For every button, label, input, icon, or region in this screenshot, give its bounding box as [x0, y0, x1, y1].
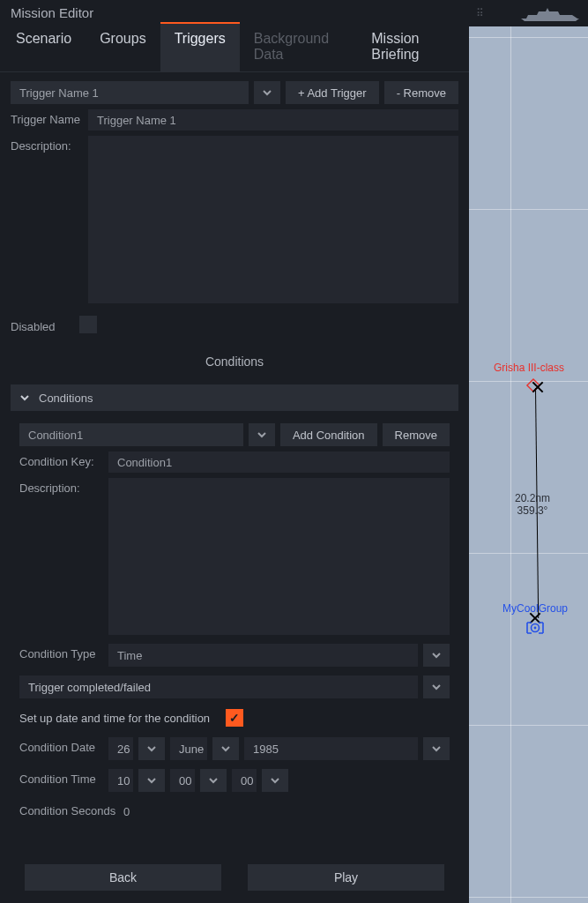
- chevron-down-icon: [220, 743, 231, 754]
- trigger-desc-textarea[interactable]: [88, 136, 458, 303]
- app-title: Mission Editor: [0, 0, 469, 22]
- condition-date-label: Condition Date: [19, 737, 103, 760]
- chevron-down-icon: [431, 743, 442, 754]
- tab-bar: Scenario Groups Triggers Background Data…: [0, 22, 469, 72]
- measurement-readout: 20.2nm 359.3°: [497, 492, 568, 517]
- x-mark-icon: [532, 381, 544, 393]
- map-canvas[interactable]: Grisha III-class 20.2nm 359.3° MyCoolGro…: [469, 26, 588, 903]
- ship-silhouette-icon: [519, 4, 581, 22]
- bearing-label: 359.3°: [497, 504, 568, 517]
- time-minute-dropdown[interactable]: [200, 769, 227, 792]
- trigger-completed-label: Trigger completed/failed: [28, 681, 151, 694]
- chevron-down-icon: [270, 775, 280, 786]
- trigger-select[interactable]: Trigger Name 1: [11, 81, 249, 104]
- tab-background-data: Background Data: [240, 22, 358, 71]
- condition-select-dropdown[interactable]: [249, 423, 275, 446]
- tab-groups[interactable]: Groups: [86, 22, 160, 71]
- map-topbar: ⠿: [469, 0, 588, 26]
- footer-bar: Back Play: [0, 855, 469, 903]
- condition-type-dropdown[interactable]: [423, 644, 450, 667]
- time-minute-input[interactable]: 00: [170, 769, 195, 792]
- back-button[interactable]: Back: [25, 864, 221, 891]
- map-gridline: [510, 26, 511, 903]
- condition-desc-textarea[interactable]: [108, 478, 450, 635]
- time-hour-input[interactable]: 10: [108, 769, 133, 792]
- time-second-input[interactable]: 00: [232, 769, 257, 792]
- chevron-down-icon: [431, 650, 442, 660]
- condition-seconds-input[interactable]: 0: [122, 801, 450, 822]
- unit-a-label: Grisha III-class: [476, 362, 582, 374]
- remove-condition-button[interactable]: Remove: [383, 423, 450, 446]
- time-second-dropdown[interactable]: [262, 769, 288, 792]
- map-gridline: [469, 37, 588, 38]
- date-month-dropdown[interactable]: [212, 737, 239, 760]
- trigger-name-label: Trigger Name: [11, 109, 83, 131]
- condition-type-select[interactable]: Time: [108, 644, 418, 667]
- friendly-unit-icon: [525, 617, 546, 638]
- chevron-down-icon: [431, 682, 442, 692]
- chevron-down-icon: [208, 775, 219, 786]
- map-gridline: [469, 725, 588, 726]
- condition-key-label: Condition Key:: [19, 452, 103, 473]
- tab-triggers[interactable]: Triggers: [160, 22, 240, 71]
- tab-mission-briefing[interactable]: Mission Briefing: [357, 22, 467, 71]
- add-condition-button[interactable]: Add Condition: [280, 423, 377, 446]
- trigger-select-dropdown[interactable]: [254, 81, 280, 104]
- conditions-section-title: Conditions: [11, 354, 458, 369]
- disabled-checkbox[interactable]: [79, 316, 97, 333]
- setup-date-label: Set up date and time for the condition: [19, 712, 210, 725]
- remove-trigger-button[interactable]: - Remove: [384, 81, 458, 104]
- date-day-dropdown[interactable]: [138, 737, 165, 760]
- disabled-label: Disabled: [11, 317, 74, 333]
- trigger-name-input[interactable]: Trigger Name 1: [88, 109, 458, 131]
- drag-grip-icon[interactable]: ⠿: [476, 7, 486, 19]
- chevron-down-icon: [262, 87, 272, 98]
- trigger-completed-select[interactable]: Trigger completed/failed: [19, 675, 418, 698]
- chevron-down-icon: [19, 392, 30, 403]
- editor-content: Trigger Name 1 + Add Trigger - Remove Tr…: [0, 72, 469, 855]
- add-trigger-button[interactable]: + Add Trigger: [286, 81, 379, 104]
- map-panel[interactable]: ⠿ Grisha III-class: [469, 0, 588, 903]
- map-gridline: [469, 209, 588, 210]
- tab-scenario[interactable]: Scenario: [2, 22, 86, 71]
- chevron-down-icon: [257, 429, 267, 440]
- date-day-input[interactable]: 26: [108, 737, 133, 760]
- date-year-input[interactable]: 1985: [244, 737, 418, 760]
- condition-desc-label: Description:: [19, 478, 103, 635]
- chevron-down-icon: [146, 775, 157, 786]
- map-gridline: [469, 897, 588, 898]
- distance-label: 20.2nm: [497, 492, 568, 504]
- trigger-completed-dropdown[interactable]: [423, 675, 450, 698]
- play-button[interactable]: Play: [248, 864, 444, 891]
- map-gridline: [469, 553, 588, 554]
- date-year-dropdown[interactable]: [423, 737, 450, 760]
- svg-point-2: [534, 627, 537, 630]
- setup-date-checkbox[interactable]: [226, 709, 243, 727]
- conditions-header-label: Conditions: [39, 392, 93, 405]
- condition-time-label: Condition Time: [19, 769, 103, 792]
- unit-b-marker[interactable]: [525, 617, 546, 641]
- condition-seconds-label: Condition Seconds: [19, 801, 116, 822]
- time-hour-dropdown[interactable]: [138, 769, 165, 792]
- chevron-down-icon: [146, 743, 157, 754]
- conditions-collapser[interactable]: Conditions: [11, 384, 458, 411]
- trigger-desc-label: Description:: [11, 136, 83, 303]
- condition-key-input[interactable]: Condition1: [108, 452, 450, 473]
- date-month-input[interactable]: June: [170, 737, 207, 760]
- condition-select[interactable]: Condition1: [19, 423, 243, 446]
- condition-type-label: Condition Type: [19, 644, 103, 667]
